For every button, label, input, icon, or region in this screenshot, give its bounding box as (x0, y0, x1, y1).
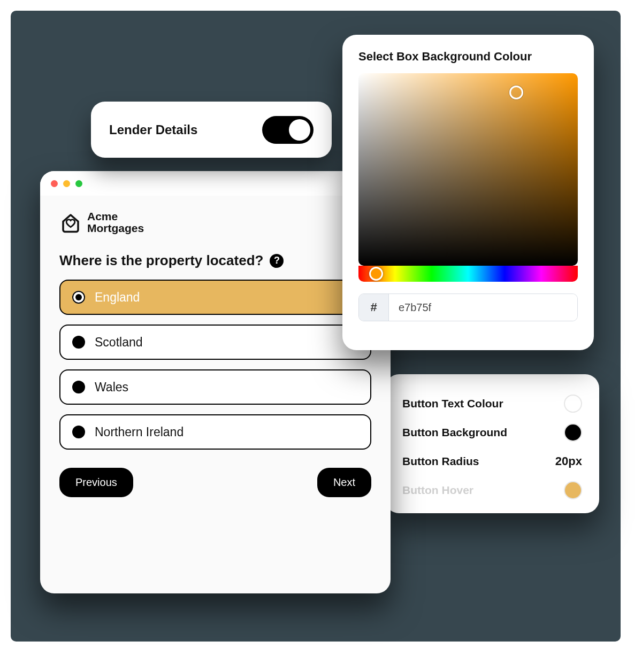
lender-details-toggle[interactable] (262, 116, 314, 144)
radio-icon (72, 336, 85, 349)
toggle-knob (289, 119, 310, 141)
app-logo: Acme Mortgages (59, 211, 144, 234)
option-england[interactable]: England (59, 280, 371, 315)
color-swatch[interactable] (564, 423, 582, 442)
option-label: Scotland (95, 335, 143, 350)
radio-icon (72, 426, 85, 438)
style-settings-card: Button Text ColourButton BackgroundButto… (385, 374, 599, 513)
hex-input-row: # (358, 293, 578, 321)
style-row-label: Button Radius (402, 455, 479, 468)
style-row-label: Button Background (402, 426, 507, 439)
style-row-label: Button Text Colour (402, 397, 503, 410)
radio-icon (72, 381, 85, 393)
saturation-value-box[interactable] (358, 73, 578, 266)
option-label: Wales (95, 380, 128, 395)
lender-details-label: Lender Details (109, 122, 197, 137)
hue-slider[interactable] (358, 266, 578, 282)
logo-line2: Mortgages (87, 222, 144, 234)
option-label: Northern Ireland (95, 425, 184, 439)
color-swatch[interactable] (564, 395, 582, 413)
color-picker-title: Select Box Background Colour (358, 50, 578, 64)
stage-background: Lender Details Acme Mortgages (11, 11, 621, 642)
next-button[interactable]: Next (317, 468, 371, 497)
option-label: England (95, 290, 140, 305)
options-list: EnglandScotlandWalesNorthern Ireland (40, 280, 391, 450)
question-text: Where is the property located? (59, 252, 263, 269)
window-titlebar (40, 171, 391, 196)
app-window: Acme Mortgages Where is the property loc… (40, 171, 391, 593)
hex-input[interactable] (389, 294, 577, 321)
app-topbar: Acme Mortgages (40, 196, 391, 248)
window-zoom-dot[interactable] (75, 180, 82, 187)
radio-icon (72, 291, 85, 304)
hue-handle[interactable] (369, 267, 383, 281)
style-row[interactable]: Button Radius20px (402, 447, 582, 476)
logo-text: Acme Mortgages (87, 211, 144, 234)
hash-label: # (359, 294, 389, 321)
style-row-value: 20px (555, 454, 582, 468)
question-row: Where is the property located? ? (40, 248, 391, 280)
option-wales[interactable]: Wales (59, 369, 371, 405)
nav-buttons: Previous Next (40, 450, 391, 497)
style-row[interactable]: Button Hover (402, 476, 582, 505)
style-row-label: Button Hover (402, 484, 473, 497)
window-minimize-dot[interactable] (63, 180, 70, 187)
option-scotland[interactable]: Scotland (59, 325, 371, 360)
color-picker-card: Select Box Background Colour # (342, 35, 594, 350)
previous-button[interactable]: Previous (59, 468, 133, 497)
option-northern-ireland[interactable]: Northern Ireland (59, 414, 371, 450)
style-row[interactable]: Button Background (402, 418, 582, 447)
logo-line1: Acme (87, 211, 144, 222)
style-row[interactable]: Button Text Colour (402, 389, 582, 418)
sv-handle[interactable] (509, 86, 523, 99)
window-close-dot[interactable] (51, 180, 58, 187)
house-heart-icon (59, 211, 82, 234)
color-swatch[interactable] (564, 481, 582, 499)
help-icon[interactable]: ? (270, 254, 284, 268)
lender-details-card: Lender Details (91, 102, 332, 158)
